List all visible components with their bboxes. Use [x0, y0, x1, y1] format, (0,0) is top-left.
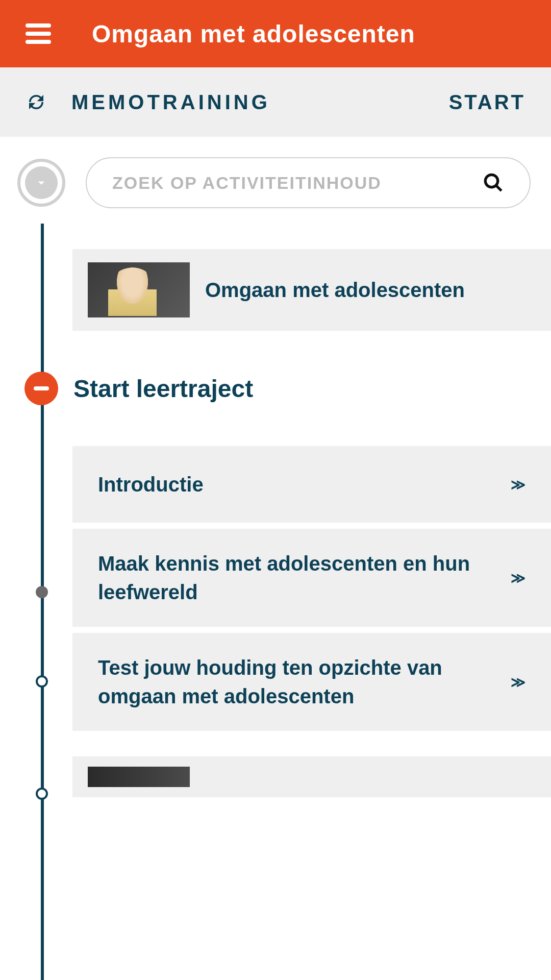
chevron-down-icon [25, 166, 58, 199]
memotraining-left: MEMOTRAINING [26, 91, 270, 114]
section-title: Start leertraject [73, 375, 253, 403]
course-header-card[interactable]: Omgaan met adolescenten [72, 249, 551, 331]
svg-point-0 [485, 175, 498, 187]
timeline-dot-pending [36, 788, 48, 800]
activity-item-test-houding[interactable]: Test jouw houding ten opzichte van omgaa… [72, 633, 551, 731]
memotraining-label: MEMOTRAINING [71, 91, 270, 114]
start-button[interactable]: START [449, 91, 525, 114]
course-title: Omgaan met adolescenten [205, 279, 465, 302]
search-input[interactable]: ZOEK OP ACTIVITEITINHOUD [86, 157, 531, 208]
chevron-double-right-icon: ≫ [511, 674, 525, 691]
page-title: Omgaan met adolescenten [92, 20, 415, 48]
timeline-dot-done [36, 586, 48, 598]
next-section-card[interactable] [72, 756, 551, 797]
search-row: ZOEK OP ACTIVITEITINHOUD [0, 157, 551, 208]
hamburger-menu-icon[interactable] [26, 23, 51, 44]
activity-item-introductie[interactable]: Introductie ≫ [72, 446, 551, 523]
activity-title: Maak kennis met adolescenten en hun leef… [98, 549, 511, 606]
activity-item-maak-kennis[interactable]: Maak kennis met adolescenten en hun leef… [72, 529, 551, 627]
next-thumbnail [88, 767, 190, 787]
timeline-dot-pending [36, 675, 48, 688]
search-icon[interactable] [483, 172, 504, 193]
collapse-all-button[interactable] [17, 159, 65, 207]
timeline-line [41, 224, 44, 980]
chevron-double-right-icon: ≫ [511, 476, 525, 493]
memotraining-bar: MEMOTRAINING START [0, 67, 551, 137]
activity-list: Introductie ≫ Maak kennis met adolescent… [0, 446, 551, 731]
app-header: Omgaan met adolescenten [0, 0, 551, 67]
refresh-icon[interactable] [26, 91, 47, 113]
content-area: ZOEK OP ACTIVITEITINHOUD Omgaan met adol… [0, 137, 551, 797]
search-placeholder: ZOEK OP ACTIVITEITINHOUD [112, 173, 382, 193]
section-header[interactable]: Start leertraject [0, 372, 551, 405]
minus-icon[interactable] [24, 372, 58, 405]
activity-title: Test jouw houding ten opzichte van omgaa… [98, 653, 511, 710]
svg-line-1 [496, 185, 502, 191]
course-thumbnail [88, 262, 190, 317]
chevron-double-right-icon: ≫ [511, 570, 525, 586]
activity-title: Introductie [98, 470, 224, 499]
